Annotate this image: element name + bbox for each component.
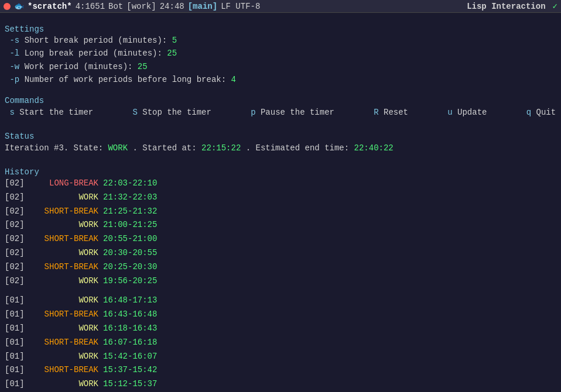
setting-short-break-value: 5 bbox=[172, 36, 177, 45]
history-row: [01]SHORT-BREAK15:37-15:42 bbox=[5, 363, 556, 377]
hist-time: 20:25-20:30 bbox=[103, 260, 157, 274]
history-label: History bbox=[5, 167, 39, 177]
cmd-key-p[interactable]: p bbox=[251, 108, 255, 117]
hist-time: 16:48-17:13 bbox=[103, 294, 157, 308]
hist-type: SHORT-BREAK bbox=[28, 205, 98, 219]
hist-iter: [02] bbox=[5, 246, 28, 260]
setting-num-periods-desc: Number of work periods before long break… bbox=[25, 75, 231, 84]
hist-type: WORK bbox=[28, 274, 98, 288]
history-section: History bbox=[5, 167, 556, 177]
status-state: WORK bbox=[108, 143, 128, 153]
flag-s: -s bbox=[9, 36, 19, 45]
branch-label: [main] bbox=[188, 2, 217, 11]
cmd-key-u[interactable]: u bbox=[447, 108, 452, 117]
hist-type: SHORT-BREAK bbox=[28, 260, 98, 274]
setting-work-period: -w Work period (minutes): 25 bbox=[5, 60, 556, 73]
check-icon: ✓ bbox=[553, 1, 557, 11]
history-row: [02]WORK21:00-21:25 bbox=[5, 218, 556, 232]
hist-type: WORK bbox=[28, 350, 98, 364]
setting-work-period-value: 25 bbox=[138, 62, 148, 71]
setting-short-break-desc: Short break period (minutes): bbox=[25, 36, 172, 45]
status-iter-text: Iteration #3. State: bbox=[5, 143, 108, 153]
hist-time: 16:07-16:18 bbox=[103, 336, 157, 350]
blank-line-2 bbox=[5, 87, 556, 96]
encoding-label: LF UTF-8 bbox=[221, 2, 260, 11]
commands-label: Commands bbox=[5, 96, 44, 105]
buffer-content: Settings -s Short break period (minutes)… bbox=[0, 13, 561, 392]
hist-iter: [02] bbox=[5, 274, 28, 288]
hist-type: WORK bbox=[28, 246, 98, 260]
work-label: [work] bbox=[126, 2, 156, 11]
hist-type: WORK bbox=[28, 294, 98, 308]
major-mode: Lisp Interaction bbox=[467, 2, 549, 11]
history-row: [02]LONG-BREAK22:03-22:10 bbox=[5, 177, 556, 191]
hist-iter: [01] bbox=[5, 322, 28, 336]
history-group-1: [02]LONG-BREAK22:03-22:10[02]WORK21:32-2… bbox=[5, 177, 556, 288]
hist-type: WORK bbox=[28, 191, 98, 205]
status-label: Status bbox=[5, 132, 34, 141]
hist-iter: [01] bbox=[5, 363, 28, 377]
hist-time: 21:00-21:25 bbox=[103, 218, 157, 232]
hist-type: SHORT-BREAK bbox=[28, 308, 98, 322]
cmd-label-pause: Pause the timer bbox=[261, 108, 334, 117]
blank-line-1 bbox=[5, 15, 556, 25]
hist-type: SHORT-BREAK bbox=[28, 363, 98, 377]
blank-line-3 bbox=[5, 120, 556, 129]
setting-num-periods-value: 4 bbox=[231, 75, 235, 84]
window-close-dot bbox=[4, 3, 11, 10]
bot-label: Bot bbox=[108, 2, 123, 11]
history-group-2: [01]WORK16:48-17:13[01]SHORT-BREAK16:43-… bbox=[5, 294, 556, 391]
setting-short-break: -s Short break period (minutes): 5 bbox=[5, 34, 556, 47]
cmd-key-s[interactable]: s bbox=[9, 108, 14, 117]
history-row: [02]SHORT-BREAK20:25-20:30 bbox=[5, 260, 556, 274]
buffer-name: *scratch* bbox=[28, 2, 72, 11]
flag-l: -l bbox=[9, 49, 19, 58]
history-row: [01]SHORT-BREAK16:43-16:48 bbox=[5, 308, 556, 322]
hist-iter: [01] bbox=[5, 308, 28, 322]
modeline: 🐟 *scratch* 4:1651 Bot [work] 24:48 [mai… bbox=[0, 0, 561, 13]
hist-time: 16:18-16:43 bbox=[103, 322, 157, 336]
status-section: Status bbox=[5, 132, 556, 141]
hist-iter: [01] bbox=[5, 336, 28, 350]
history-row: [02]SHORT-BREAK21:25-21:32 bbox=[5, 205, 556, 219]
hist-iter: [02] bbox=[5, 232, 28, 246]
cmd-label-stop: Stop the timer bbox=[142, 108, 211, 117]
history-gap bbox=[5, 288, 556, 294]
hist-time: 20:55-21:00 bbox=[103, 232, 157, 246]
history-row: [01]WORK15:42-16:07 bbox=[5, 350, 556, 364]
setting-work-period-desc: Work period (minutes): bbox=[25, 62, 138, 71]
history-row: [02]WORK21:32-22:03 bbox=[5, 191, 556, 205]
history-row: [01]WORK16:18-16:43 bbox=[5, 322, 556, 336]
status-started-label: . Started at: bbox=[132, 143, 201, 153]
hist-time: 15:12-15:37 bbox=[103, 377, 157, 391]
cmd-label-start: Start the timer bbox=[19, 108, 93, 117]
hist-iter: [01] bbox=[5, 350, 28, 364]
hist-iter: [02] bbox=[5, 218, 28, 232]
commands-section: Commands bbox=[5, 96, 556, 105]
history-row: [01]WORK15:12-15:37 bbox=[5, 377, 556, 391]
cmd-key-q[interactable]: q bbox=[526, 108, 531, 117]
hist-iter: [02] bbox=[5, 191, 28, 205]
cmd-key-S[interactable]: S bbox=[132, 108, 137, 117]
hist-type: SHORT-BREAK bbox=[28, 336, 98, 350]
cmd-label-quit: Quit bbox=[536, 108, 556, 117]
hist-type: SHORT-BREAK bbox=[28, 232, 98, 246]
hist-time: 21:25-21:32 bbox=[103, 205, 157, 219]
status-started-time: 22:15:22 bbox=[201, 143, 241, 153]
history-row: [02]WORK20:30-20:55 bbox=[5, 246, 556, 260]
setting-long-break-value: 25 bbox=[167, 49, 177, 58]
settings-label: Settings bbox=[5, 25, 44, 34]
flag-p: -p bbox=[9, 75, 19, 84]
hist-time: 15:42-16:07 bbox=[103, 350, 157, 364]
setting-long-break: -l Long break period (minutes): 25 bbox=[5, 47, 556, 60]
blank-line-4 bbox=[5, 156, 556, 165]
hist-iter: [02] bbox=[5, 260, 28, 274]
hist-type: WORK bbox=[28, 322, 98, 336]
cmd-key-R[interactable]: R bbox=[374, 108, 378, 117]
hist-time: 15:37-15:42 bbox=[103, 363, 157, 377]
hist-type: LONG-BREAK bbox=[28, 177, 98, 191]
hist-time: 22:03-22:10 bbox=[103, 177, 157, 191]
hist-time: 19:56-20:25 bbox=[103, 274, 157, 288]
history-row: [01]WORK16:48-17:13 bbox=[5, 294, 556, 308]
hist-time: 20:30-20:55 bbox=[103, 246, 157, 260]
